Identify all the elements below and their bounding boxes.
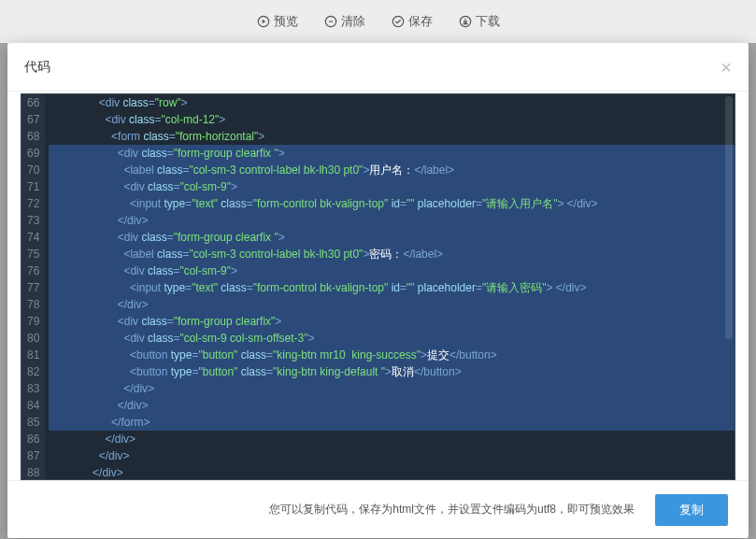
line-gutter: 6667686970717273747576777879808182838485… (21, 94, 45, 479)
code-line[interactable]: <div class="col-sm-9"> (49, 262, 735, 279)
line-number: 74 (27, 229, 39, 246)
code-editor[interactable]: 6667686970717273747576777879808182838485… (21, 93, 735, 480)
line-number: 84 (27, 397, 39, 414)
clear-label: 清除 (341, 13, 365, 30)
code-line[interactable]: <div class="row"> (49, 94, 735, 111)
code-line[interactable]: </div> (49, 397, 735, 414)
save-button[interactable]: 保存 (392, 13, 433, 30)
code-line[interactable]: </div> (49, 431, 735, 447)
line-number: 83 (27, 380, 39, 397)
code-line[interactable]: </div> (49, 296, 735, 313)
code-line[interactable]: <label class="col-sm-3 control-label bk-… (49, 246, 735, 262)
line-number: 88 (27, 464, 39, 480)
code-line[interactable]: </div> (49, 212, 735, 229)
play-circle-icon (257, 15, 270, 28)
code-line[interactable]: <div class="form-group clearfix "> (49, 229, 735, 246)
line-number: 70 (27, 162, 39, 178)
preview-label: 预览 (274, 13, 298, 30)
line-number: 77 (27, 279, 39, 296)
line-number: 72 (27, 195, 39, 212)
save-label: 保存 (408, 13, 433, 30)
code-line[interactable]: </div> (49, 380, 735, 397)
modal-title: 代码 (24, 59, 50, 76)
code-line[interactable]: <div class="col-sm-9 col-sm-offset-3"> (49, 330, 735, 347)
code-line[interactable]: <input type="text" class="form-control b… (49, 279, 735, 296)
code-line[interactable]: <div class="col-md-12"> (49, 111, 735, 128)
check-circle-icon (392, 15, 405, 28)
line-number: 68 (27, 128, 39, 145)
code-line[interactable]: <div class="form-group clearfix "> (49, 145, 735, 162)
code-line[interactable]: <div class="col-sm-9"> (49, 178, 735, 195)
close-icon[interactable]: × (720, 58, 732, 77)
download-circle-icon (459, 15, 472, 28)
modal-body: 6667686970717273747576777879808182838485… (7, 92, 749, 480)
footer-hint: 您可以复制代码，保存为html文件，并设置文件编码为utf8，即可预览效果 (269, 502, 635, 518)
line-number: 82 (27, 363, 39, 380)
line-number: 78 (27, 296, 39, 313)
code-line[interactable]: <button type="button" class="king-btn mr… (49, 347, 735, 363)
line-number: 81 (27, 347, 39, 363)
code-line[interactable]: <div class="form-group clearfix"> (49, 313, 735, 330)
code-content[interactable]: <div class="row"> <div class="col-md-12"… (45, 94, 735, 479)
preview-button[interactable]: 预览 (257, 13, 298, 30)
code-line[interactable]: <input type="text" class="form-control b… (49, 195, 735, 212)
scrollbar[interactable] (725, 96, 733, 339)
top-toolbar: 预览 清除 保存 下载 (0, 0, 756, 43)
download-button[interactable]: 下载 (459, 13, 500, 30)
code-line[interactable]: </div> (49, 464, 735, 480)
line-number: 66 (27, 94, 39, 111)
code-line[interactable]: <form class="form-horizontal"> (49, 128, 735, 145)
clear-circle-icon (324, 15, 337, 28)
clear-button[interactable]: 清除 (324, 13, 365, 30)
download-label: 下载 (476, 13, 500, 30)
line-number: 69 (27, 145, 39, 162)
code-modal: 代码 × 66676869707172737475767778798081828… (7, 43, 749, 538)
line-number: 80 (27, 330, 39, 347)
line-number: 79 (27, 313, 39, 330)
line-number: 75 (27, 246, 39, 262)
copy-button[interactable]: 复制 (655, 494, 728, 526)
modal-header: 代码 × (7, 43, 749, 92)
code-line[interactable]: <label class="col-sm-3 control-label bk-… (49, 162, 735, 178)
line-number: 76 (27, 262, 39, 279)
line-number: 87 (27, 447, 39, 464)
code-line[interactable]: <button type="button" class="king-btn ki… (49, 363, 735, 380)
line-number: 86 (27, 431, 39, 447)
line-number: 73 (27, 212, 39, 229)
line-number: 67 (27, 111, 39, 128)
code-line[interactable]: </form> (49, 414, 735, 431)
code-line[interactable]: </div> (49, 447, 735, 464)
modal-footer: 您可以复制代码，保存为html文件，并设置文件编码为utf8，即可预览效果 复制 (7, 480, 749, 538)
line-number: 85 (27, 414, 39, 431)
svg-point-2 (392, 16, 403, 26)
line-number: 71 (27, 178, 39, 195)
